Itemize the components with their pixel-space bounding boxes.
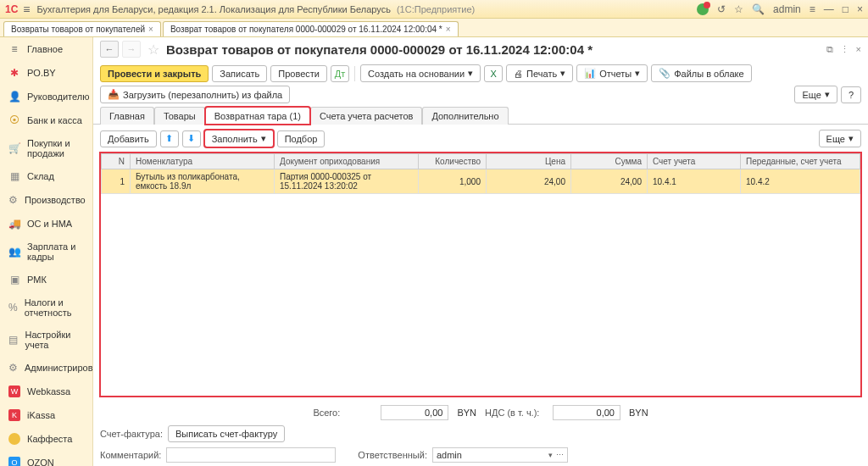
sidebar-item[interactable]: 👥Зарплата и кадры	[0, 236, 92, 268]
sidebar-item[interactable]: Каффеста	[0, 427, 92, 451]
print-button[interactable]: 🖨 Печать ▾	[506, 64, 573, 82]
sidebar-item[interactable]: ▦Склад	[0, 164, 92, 188]
more-menu-icon[interactable]: ⋮	[840, 44, 849, 55]
col-account-transferred[interactable]: Переданные, счет учета	[741, 154, 860, 169]
col-receipt-doc[interactable]: Документ оприходования	[275, 154, 419, 169]
nav-forward-button[interactable]: →	[122, 41, 141, 58]
admin-icon: ⚙	[8, 362, 18, 374]
comment-label: Комментарий:	[100, 450, 161, 460]
add-row-button[interactable]: Добавить	[100, 130, 157, 147]
transactions-icon[interactable]: Дт	[331, 65, 349, 82]
search-icon[interactable]: 🔍	[752, 3, 765, 15]
comment-input[interactable]	[166, 447, 336, 463]
tab-close-icon[interactable]: ×	[148, 25, 153, 34]
reports-button[interactable]: 📊 Отчеты ▾	[576, 64, 648, 82]
poby-icon: ✱	[8, 67, 20, 79]
fill-button[interactable]: Заполнить ▾	[204, 130, 274, 147]
select-button[interactable]: Подбор	[277, 130, 326, 147]
sidebar-item[interactable]: OOZON	[0, 451, 92, 466]
sidebar-item[interactable]: 👤Руководителю	[0, 85, 92, 108]
responsible-combo[interactable]: admin ▾ ⋯	[432, 447, 568, 463]
sidebar-item[interactable]: ⦿Банк и касса	[0, 108, 92, 132]
vat-label: НДС (в т. ч.):	[485, 408, 544, 418]
chevron-down-icon: ▾	[548, 451, 553, 459]
tab-close-icon[interactable]: ×	[446, 25, 451, 34]
settings-icon[interactable]: ≡	[810, 3, 815, 15]
excel-icon[interactable]: X	[484, 65, 503, 82]
table-row[interactable]: 1 Бутыль из поликарбоната, емкость 18.9л…	[102, 169, 860, 194]
write-button[interactable]: Записать	[212, 65, 267, 82]
main-menu-icon[interactable]: ≡	[23, 3, 30, 16]
load-from-file-button[interactable]: 📥 Загрузить (перезаполнить) из файла	[100, 86, 290, 103]
document-tabs: Главная Товары Возвратная тара (1) Счета…	[93, 107, 868, 125]
kaffesta-icon	[8, 433, 20, 445]
favorites-icon[interactable]: ☆	[734, 3, 743, 15]
col-n[interactable]: N	[102, 154, 131, 169]
currency-label: BYN	[629, 408, 648, 418]
doc-tab-extra[interactable]: Дополнительно	[422, 107, 508, 125]
move-down-button[interactable]: ⬇	[182, 130, 201, 147]
app-title: Бухгалтерия для Беларуси, редакция 2.1. …	[37, 4, 698, 14]
minimize-icon[interactable]: —	[824, 3, 834, 15]
favorite-star-icon[interactable]: ☆	[147, 42, 159, 58]
doc-tab-tare[interactable]: Возвратная тара (1)	[205, 107, 310, 125]
close-icon[interactable]: ×	[857, 3, 863, 15]
nav-back-button[interactable]: ←	[100, 41, 119, 58]
open-ref-icon[interactable]: ⋯	[556, 451, 564, 459]
tare-table[interactable]: N Номенклатура Документ оприходования Ко…	[100, 153, 861, 397]
window-tab[interactable]: Возврат товаров от покупателя 0000-00002…	[163, 21, 459, 36]
move-up-button[interactable]: ⬆	[160, 130, 179, 147]
document-title: Возврат товаров от покупателя 0000-00002…	[166, 42, 823, 57]
col-price[interactable]: Цена	[487, 154, 571, 169]
col-sum[interactable]: Сумма	[571, 154, 648, 169]
sub-more-button[interactable]: Еще ▾	[819, 130, 861, 147]
maximize-icon[interactable]: □	[843, 3, 849, 15]
sidebar-item[interactable]: 🛒Покупки и продажи	[0, 132, 92, 164]
help-button[interactable]: ?	[841, 86, 861, 103]
bank-icon: ⦿	[8, 114, 20, 126]
sidebar-item[interactable]: ▣РМК	[0, 268, 92, 291]
col-account[interactable]: Счет учета	[648, 154, 741, 169]
sidebar-item[interactable]: %Налоги и отчетность	[0, 291, 92, 324]
sidebar-item[interactable]: ⚙Администрирование	[0, 356, 92, 380]
notifications-icon[interactable]	[697, 3, 709, 15]
total-value: 0,00	[381, 405, 448, 420]
doc-tab-goods[interactable]: Товары	[154, 107, 205, 125]
manager-icon: 👤	[8, 91, 20, 103]
more-button[interactable]: Еще ▾	[794, 86, 837, 103]
doc-tab-main[interactable]: Главная	[100, 107, 154, 125]
post-and-close-button[interactable]: Провести и закрыть	[100, 65, 209, 82]
sidebar-item[interactable]: ≡Главное	[0, 37, 92, 61]
sidebar-item[interactable]: ⚙Производство	[0, 188, 92, 212]
user-label[interactable]: admin	[773, 3, 801, 15]
sidebar-item[interactable]: 🚚ОС и НМА	[0, 212, 92, 236]
total-label: Всего:	[313, 408, 372, 418]
doc-tab-accounts[interactable]: Счета учета расчетов	[310, 107, 422, 125]
app-logo: 1C	[5, 3, 18, 15]
col-qty[interactable]: Количество	[419, 154, 487, 169]
rmk-icon: ▣	[8, 274, 20, 286]
ozon-icon: O	[8, 457, 20, 466]
sidebar-item[interactable]: ✱PO.BY	[0, 61, 92, 85]
invoice-label: Счет-фактура:	[100, 429, 163, 439]
cloud-files-button[interactable]: 📎 Файлы в облаке	[651, 64, 751, 82]
settings-icon: ▤	[8, 334, 18, 346]
link-icon[interactable]: ⧉	[826, 44, 833, 55]
vat-value: 0,00	[553, 405, 620, 420]
sidebar-item[interactable]: WWebkassa	[0, 380, 92, 403]
window-tabs: Возвраты товаров от покупателей× Возврат…	[0, 19, 868, 37]
create-based-button[interactable]: Создать на основании ▾	[360, 64, 481, 82]
create-invoice-button[interactable]: Выписать счет-фактуру	[168, 425, 285, 442]
history-icon[interactable]: ↺	[717, 3, 726, 15]
window-tab[interactable]: Возвраты товаров от покупателей×	[3, 21, 161, 36]
col-nomenclature[interactable]: Номенклатура	[131, 154, 275, 169]
sidebar-item[interactable]: ▤Настройки учета	[0, 324, 92, 356]
ikassa-icon: K	[8, 409, 20, 421]
cart-icon: 🛒	[8, 142, 20, 154]
responsible-label: Ответственный:	[358, 450, 427, 460]
post-button[interactable]: Провести	[270, 65, 327, 82]
hr-icon: 👥	[8, 246, 20, 258]
home-icon: ≡	[8, 43, 20, 55]
close-doc-icon[interactable]: ×	[856, 44, 861, 55]
sidebar-item[interactable]: KiKassa	[0, 403, 92, 427]
